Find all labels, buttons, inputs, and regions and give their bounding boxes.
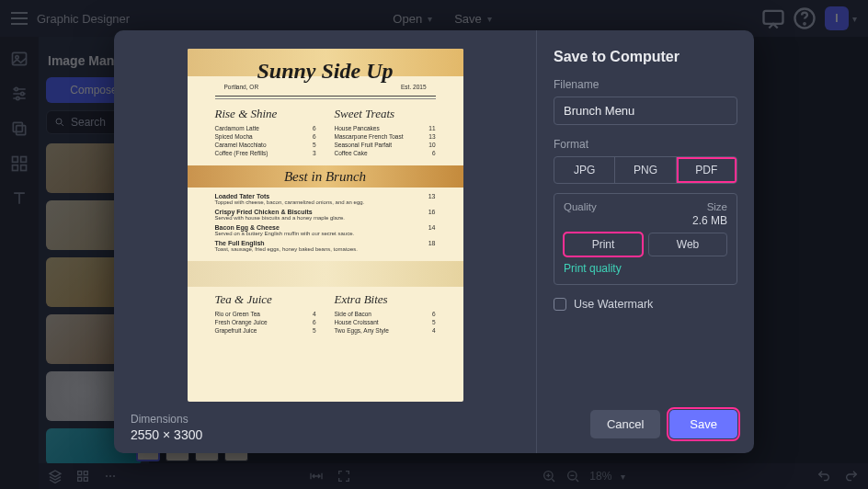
- quality-box: Quality Size 2.6 MB Print Web Print qual…: [554, 193, 737, 285]
- size-label: Size: [692, 201, 727, 212]
- filename-label: Filename: [554, 78, 737, 91]
- checkbox-icon: [554, 298, 566, 311]
- modal-form: Save to Computer Filename Format JPG PNG…: [537, 30, 754, 453]
- quality-print[interactable]: Print: [564, 233, 643, 256]
- print-quality-link[interactable]: Print quality: [564, 262, 727, 275]
- size-value: 2.6 MB: [692, 214, 727, 227]
- quality-web[interactable]: Web: [648, 233, 727, 256]
- quality-label: Quality: [564, 201, 597, 212]
- modal-preview-pane: Sunny Side Up Portland, OREst. 2015 Rise…: [114, 30, 537, 453]
- dimensions-value: 2550 × 3300: [131, 427, 520, 442]
- format-segmented: JPG PNG PDF: [554, 156, 737, 184]
- filename-input[interactable]: [554, 97, 737, 125]
- cancel-button[interactable]: Cancel: [590, 410, 660, 438]
- document-preview: Sunny Side Up Portland, OREst. 2015 Rise…: [188, 49, 463, 402]
- format-pdf[interactable]: PDF: [677, 157, 737, 183]
- format-jpg[interactable]: JPG: [554, 157, 615, 183]
- watermark-checkbox[interactable]: Use Watermark: [554, 298, 737, 311]
- preview-title: Sunny Side Up: [188, 60, 463, 82]
- format-label: Format: [554, 138, 737, 151]
- modal-title: Save to Computer: [554, 49, 737, 65]
- save-button[interactable]: Save: [669, 410, 737, 438]
- watermark-label: Use Watermark: [574, 298, 653, 311]
- save-modal: Sunny Side Up Portland, OREst. 2015 Rise…: [114, 30, 754, 453]
- format-png[interactable]: PNG: [615, 157, 676, 183]
- dimensions-label: Dimensions: [131, 413, 520, 426]
